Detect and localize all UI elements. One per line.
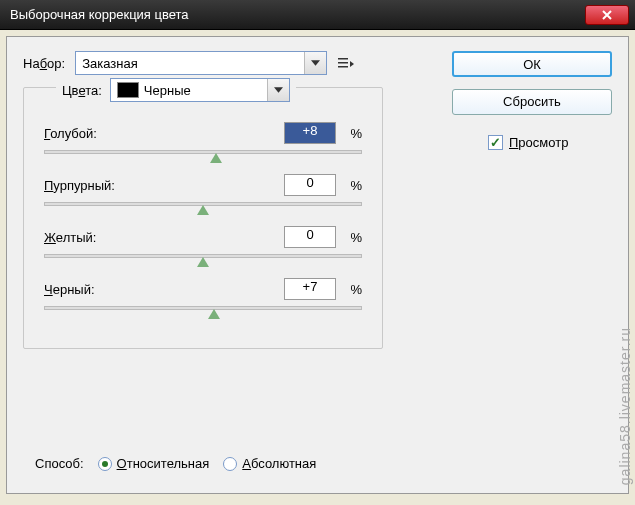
black-group: Черный: +7 % (44, 278, 362, 310)
chevron-down-icon (274, 87, 283, 93)
method-relative[interactable]: Относительная (98, 456, 210, 471)
cyan-input[interactable]: +8 (284, 122, 336, 144)
magenta-thumb[interactable] (197, 205, 209, 215)
preview-label: Просмотр (509, 135, 568, 150)
colors-fieldset: Цвета: Черные Голубой: +8 % (23, 87, 383, 349)
right-column: ОК Сбросить ✓ Просмотр (452, 51, 612, 150)
magenta-input[interactable]: 0 (284, 174, 336, 196)
preset-value: Заказная (82, 56, 304, 71)
pct-symbol: % (342, 282, 362, 297)
magenta-group: Пурпурный: 0 % (44, 174, 362, 206)
preview-checkbox[interactable]: ✓ (488, 135, 503, 150)
cyan-group: Голубой: +8 % (44, 122, 362, 154)
svg-rect-2 (338, 66, 348, 68)
reset-button[interactable]: Сбросить (452, 89, 612, 115)
preview-row: ✓ Просмотр (452, 135, 612, 150)
preset-combo[interactable]: Заказная (75, 51, 327, 75)
colors-row: Цвета: Черные (56, 78, 296, 102)
preset-menu-button[interactable] (337, 54, 355, 72)
radio-absolute[interactable] (223, 457, 237, 471)
colors-combo[interactable]: Черные (110, 78, 290, 102)
svg-rect-1 (338, 62, 348, 64)
radio-dot (102, 461, 108, 467)
method-absolute[interactable]: Абсолютная (223, 456, 316, 471)
method-relative-label: Относительная (117, 456, 210, 471)
dialog-body: Набор: Заказная ОК Сбросить ✓ Просмотр (6, 36, 629, 494)
watermark: galina58.livemaster.ru (617, 327, 633, 485)
ok-button[interactable]: ОК (452, 51, 612, 77)
yellow-group: Желтый: 0 % (44, 226, 362, 258)
black-label: Черный: (44, 282, 284, 297)
close-icon (602, 10, 612, 20)
colors-label: Цвета: (62, 83, 102, 98)
cyan-thumb[interactable] (210, 153, 222, 163)
black-slider[interactable] (44, 306, 362, 310)
magenta-label: Пурпурный: (44, 178, 284, 193)
magenta-slider[interactable] (44, 202, 362, 206)
pct-symbol: % (342, 178, 362, 193)
yellow-thumb[interactable] (197, 257, 209, 267)
pct-symbol: % (342, 230, 362, 245)
color-swatch (117, 82, 139, 98)
preset-combo-arrow[interactable] (304, 52, 326, 74)
yellow-label: Желтый: (44, 230, 284, 245)
yellow-input[interactable]: 0 (284, 226, 336, 248)
titlebar: Выборочная коррекция цвета (0, 0, 635, 30)
colors-value: Черные (144, 83, 267, 98)
radio-relative[interactable] (98, 457, 112, 471)
black-input[interactable]: +7 (284, 278, 336, 300)
chevron-down-icon (311, 60, 320, 66)
svg-rect-0 (338, 58, 348, 60)
method-label: Способ: (35, 456, 84, 471)
preset-label: Набор: (23, 56, 65, 71)
colors-combo-arrow[interactable] (267, 79, 289, 101)
method-absolute-label: Абсолютная (242, 456, 316, 471)
black-thumb[interactable] (208, 309, 220, 319)
cyan-label: Голубой: (44, 126, 284, 141)
method-row: Способ: Относительная Абсолютная (35, 456, 316, 471)
menu-icon (338, 57, 354, 69)
window-title: Выборочная коррекция цвета (10, 7, 585, 22)
close-button[interactable] (585, 5, 629, 25)
pct-symbol: % (342, 126, 362, 141)
cyan-slider[interactable] (44, 150, 362, 154)
yellow-slider[interactable] (44, 254, 362, 258)
